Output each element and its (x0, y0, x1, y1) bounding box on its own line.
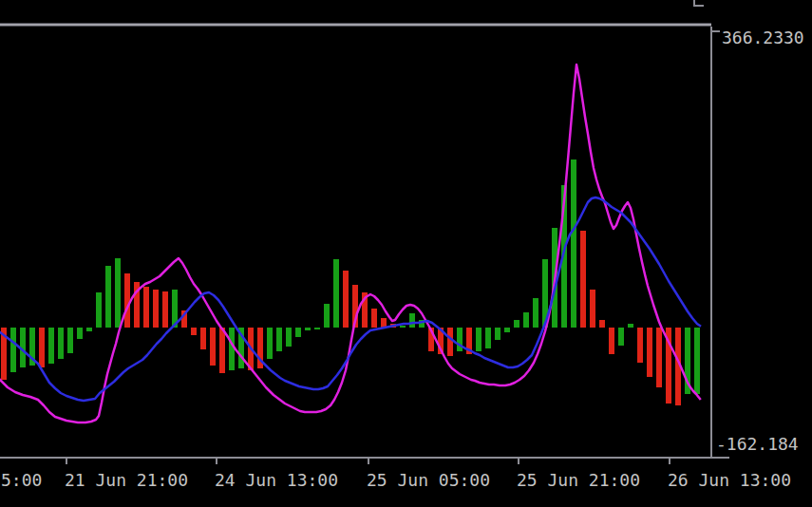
right-border (710, 27, 712, 459)
indicator-chart: 366.2330 -162.184 5:00 21 Jun 21:00 24 J… (0, 0, 812, 507)
upper-panel-axis-tick (693, 5, 704, 7)
x-axis-tick (669, 459, 670, 464)
x-axis-label-3: 25 Jun 05:00 (367, 470, 490, 490)
x-axis-label-5: 26 Jun 13:00 (668, 470, 791, 490)
x-axis-label-2: 24 Jun 13:00 (215, 470, 338, 490)
y-axis-max-tick (710, 30, 720, 32)
x-axis-label-1: 21 Jun 21:00 (65, 470, 188, 490)
x-axis-tick (368, 459, 369, 464)
x-axis-tick (66, 459, 67, 464)
x-axis-tick (216, 459, 217, 464)
x-axis-label-0: 5:00 (1, 470, 42, 490)
indicator-subwindow: 366.2330 -162.184 5:00 21 Jun 21:00 24 J… (0, 0, 812, 507)
bottom-border (0, 457, 729, 459)
separator-edge-bottom (0, 26, 711, 27)
y-axis-max-label: 366.2330 (722, 28, 804, 47)
separator-groove (0, 24, 711, 26)
panel-separator[interactable] (0, 23, 711, 27)
separator-edge-top (0, 23, 711, 24)
y-axis-min-label: -162.184 (716, 434, 799, 454)
x-axis-tick (518, 459, 519, 464)
x-axis-label-4: 25 Jun 21:00 (517, 470, 640, 490)
chart-plot-area[interactable] (0, 27, 710, 457)
